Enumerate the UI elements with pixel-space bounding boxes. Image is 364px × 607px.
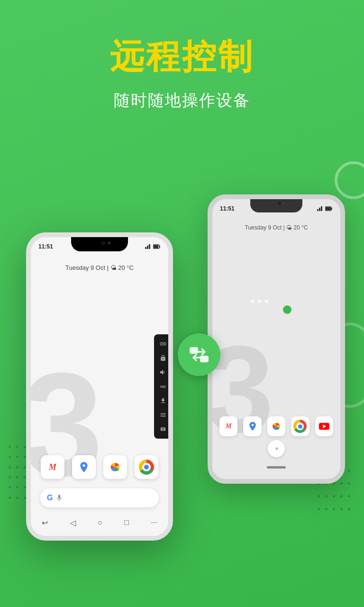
nav-home-icon: ○ [98, 518, 102, 527]
back-battery-icon [325, 206, 333, 211]
toolbar-hd-label: HD [160, 385, 166, 389]
page-container: 远程控制 随时随地操作设备 11:51 [0, 0, 364, 607]
front-phone-app-icons: M [31, 455, 168, 479]
back-phone-dots [251, 300, 268, 303]
phone-front-inner: 11:51 [31, 237, 168, 536]
toolbar-keyboard-button[interactable] [156, 423, 168, 436]
phone-back-inner: 11:51 [212, 199, 340, 479]
svg-rect-14 [154, 245, 158, 248]
svg-rect-4 [331, 208, 332, 210]
back-phone-status-icons [317, 206, 333, 211]
back-phone-app-icons: M [212, 416, 340, 436]
google-mic-icon [55, 494, 63, 502]
front-phone-status-icons [145, 244, 161, 249]
svg-marker-11 [149, 244, 150, 249]
phone-back: 11:51 [208, 194, 345, 484]
svg-marker-9 [145, 247, 146, 249]
phones-area: 11:51 [0, 156, 364, 607]
main-title: 远程控制 [110, 38, 254, 75]
back-phone-nav [212, 460, 340, 474]
phone-front: 11:51 [26, 232, 173, 541]
front-photos-icon [103, 455, 127, 479]
front-signal-icon [145, 244, 152, 249]
toolbar-lock-button[interactable] [156, 351, 168, 365]
front-maps-icon [72, 455, 96, 479]
swap-icon [188, 343, 210, 366]
toolbar-settings-button[interactable] [156, 408, 168, 422]
back-phone-time: 11:51 [220, 205, 235, 212]
toolbar-download-button[interactable] [156, 394, 168, 407]
back-home-button [267, 466, 286, 469]
nav-back-icon: ↩ [42, 518, 48, 527]
subtitle: 随时随地操作设备 [114, 90, 250, 111]
svg-rect-13 [159, 246, 160, 248]
svg-marker-10 [147, 246, 148, 249]
svg-marker-1 [319, 208, 320, 211]
toolbar-hd-button[interactable]: HD [156, 380, 168, 393]
nav-more-icon: ··· [151, 518, 157, 527]
back-phone-notch [250, 199, 302, 212]
back-photos-icon [267, 416, 285, 436]
remote-toolbar[interactable]: HD [154, 334, 168, 439]
back-gmail-icon: M [219, 416, 237, 436]
toolbar-sound-button[interactable] [156, 366, 168, 379]
front-phone-time: 11:51 [38, 243, 53, 250]
svg-marker-2 [321, 206, 322, 211]
front-google-searchbar[interactable]: G [40, 488, 159, 507]
front-chrome-icon [135, 455, 158, 479]
back-maps-icon [243, 416, 261, 436]
svg-marker-0 [317, 209, 318, 211]
front-gmail-icon: M [41, 455, 64, 479]
front-battery-icon [153, 244, 161, 249]
back-signal-icon [317, 206, 324, 211]
nav-square-icon: □ [124, 518, 129, 527]
front-phone-nav: ↩ ◁ ○ □ ··· [31, 513, 168, 532]
front-phone-date: Tuesday 9 Oct | 🌤 20 °C [31, 263, 168, 272]
svg-rect-16 [200, 356, 209, 362]
back-phone-date: Tuesday 9 Oct | 🌤 20 °C [212, 223, 340, 231]
nav-triangle-icon: ◁ [70, 518, 76, 527]
front-phone-notch [71, 237, 128, 251]
back-youtube-icon [315, 416, 333, 436]
svg-rect-5 [326, 207, 331, 210]
back-phone-green-dot [283, 305, 291, 314]
toolbar-link-button[interactable] [156, 337, 168, 350]
svg-rect-15 [190, 347, 198, 354]
back-chrome-icon [291, 416, 309, 436]
remote-control-float-button[interactable] [178, 333, 220, 376]
